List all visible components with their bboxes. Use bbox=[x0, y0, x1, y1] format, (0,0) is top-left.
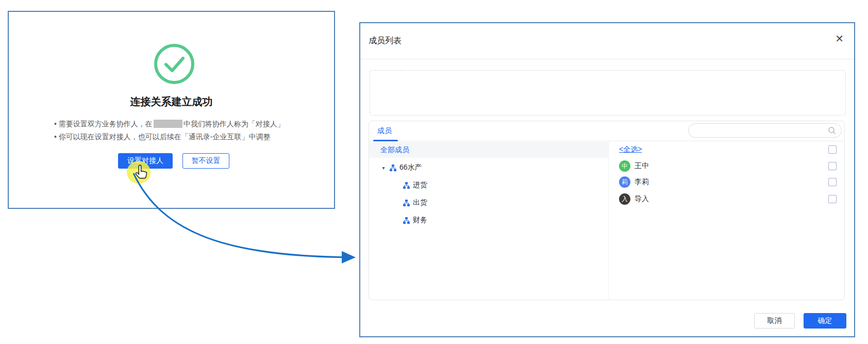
member-checkbox[interactable] bbox=[828, 178, 837, 186]
select-all-link[interactable]: <全选> bbox=[619, 145, 642, 154]
avatar: 莉 bbox=[619, 176, 630, 188]
member-name: 李莉 bbox=[635, 177, 649, 187]
org-icon bbox=[403, 200, 410, 206]
member-row[interactable]: 莉 李莉 bbox=[619, 176, 649, 188]
member-list-modal: 成员列表 ✕ 成员 全部成员 ▾ bbox=[359, 22, 855, 337]
caret-down-icon[interactable]: ▾ bbox=[379, 165, 388, 171]
skip-setup-button[interactable]: 暂不设置 bbox=[182, 153, 229, 169]
member-name: 导入 bbox=[635, 194, 649, 204]
member-checkbox[interactable] bbox=[828, 195, 837, 203]
tab-members[interactable]: 成员 bbox=[377, 126, 392, 136]
modal-title: 成员列表 bbox=[369, 36, 402, 46]
tab-bar: 成员 bbox=[369, 121, 844, 141]
title-divider bbox=[360, 59, 854, 59]
screen: 连接关系建立成功 • 需要设置双方业务协作人，在中我们将协作人称为「对接人」 •… bbox=[0, 0, 868, 344]
search-icon bbox=[828, 126, 836, 135]
selected-members-box bbox=[370, 70, 846, 116]
tree-node-label: 66水产 bbox=[399, 163, 422, 172]
member-checkbox[interactable] bbox=[828, 162, 837, 170]
close-icon[interactable]: ✕ bbox=[835, 34, 844, 44]
bullet-line-1: • 需要设置双方业务协作人，在中我们将协作人称为「对接人」 bbox=[54, 118, 312, 130]
member-picker: 成员 全部成员 ▾ bbox=[369, 121, 845, 300]
search-box[interactable] bbox=[688, 123, 842, 138]
select-all-checkbox[interactable] bbox=[828, 145, 837, 154]
confirm-button[interactable]: 确定 bbox=[804, 313, 846, 329]
tree-node-label: 出货 bbox=[413, 198, 427, 207]
success-check-icon bbox=[153, 43, 195, 85]
column-divider bbox=[608, 142, 609, 300]
success-title: 连接关系建立成功 bbox=[9, 95, 334, 109]
org-icon bbox=[403, 182, 410, 189]
success-description: • 需要设置双方业务协作人，在中我们将协作人称为「对接人」 • 你可以现在设置对… bbox=[54, 118, 312, 143]
org-icon bbox=[390, 165, 396, 171]
tree-node-child[interactable]: 出货 bbox=[401, 194, 597, 211]
member-row[interactable]: 入 导入 bbox=[619, 193, 649, 205]
search-input[interactable] bbox=[696, 126, 828, 135]
tree-node-root[interactable]: ▾ 66水产 bbox=[379, 159, 596, 176]
tree-header-row[interactable]: 全部成员 bbox=[369, 142, 608, 158]
redacted-product-name bbox=[154, 120, 182, 128]
tab-active-underline bbox=[373, 140, 398, 141]
tree-node-child[interactable]: 财务 bbox=[401, 211, 597, 229]
tree-header-label: 全部成员 bbox=[380, 145, 409, 155]
bullet-line-2: • 你可以现在设置对接人，也可以后续在「通讯录-企业互联」中调整 bbox=[54, 130, 312, 143]
hand-cursor-icon bbox=[134, 164, 149, 182]
member-name: 王中 bbox=[635, 161, 649, 171]
member-row[interactable]: 中 王中 bbox=[619, 160, 649, 172]
avatar: 入 bbox=[619, 193, 630, 205]
tree-node-child[interactable]: 进货 bbox=[401, 176, 597, 194]
success-panel: 连接关系建立成功 • 需要设置双方业务协作人，在中我们将协作人称为「对接人」 •… bbox=[8, 11, 335, 209]
tree-node-label: 进货 bbox=[413, 181, 427, 190]
avatar: 中 bbox=[619, 160, 630, 172]
tree-node-label: 财务 bbox=[413, 216, 427, 225]
org-icon bbox=[403, 217, 410, 224]
cancel-button[interactable]: 取消 bbox=[754, 313, 795, 329]
